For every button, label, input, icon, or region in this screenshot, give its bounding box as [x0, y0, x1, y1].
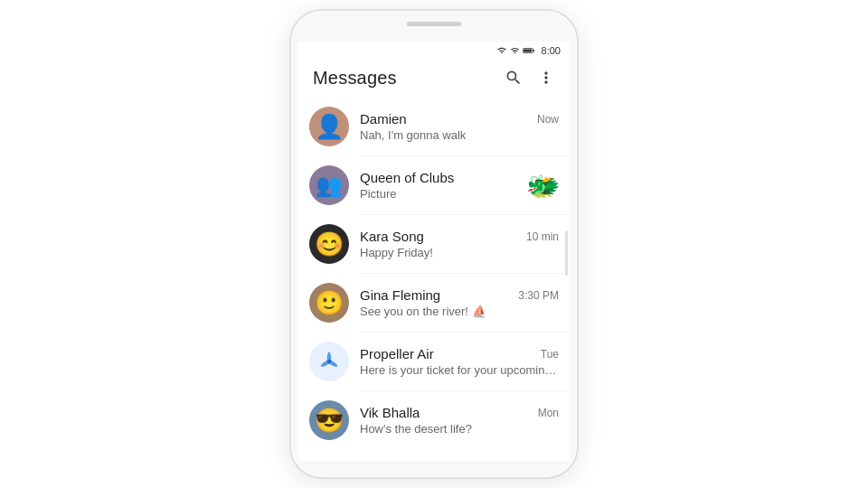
- message-top: Damien Now: [360, 111, 559, 127]
- contact-name: Queen of Clubs: [360, 170, 454, 185]
- list-item[interactable]: Propeller Air Tue Here is your ticket fo…: [298, 333, 570, 390]
- avatar: [309, 342, 349, 381]
- app-bar: Messages: [298, 58, 570, 98]
- sticker-preview: 🐲: [526, 169, 559, 202]
- message-content: Gina Fleming 3:30 PM See you on the rive…: [360, 287, 559, 318]
- message-time: Tue: [541, 348, 559, 361]
- contact-name: Vik Bhalla: [360, 405, 420, 420]
- avatar: 👤: [309, 107, 349, 146]
- wifi-icon: [496, 46, 507, 55]
- contact-name: Damien: [360, 111, 407, 127]
- phone-wrapper: 8:00 Messages: [289, 9, 579, 479]
- contact-name: Kara Song: [360, 229, 424, 244]
- avatar: 👥: [309, 165, 349, 205]
- contact-name: Propeller Air: [360, 346, 434, 361]
- status-bar: 8:00: [298, 42, 570, 58]
- avatar: 😎: [309, 400, 349, 440]
- message-top: Propeller Air Tue: [360, 346, 559, 361]
- message-list: 👤 Damien Now Nah, I'm gonna walk 👥: [298, 98, 570, 461]
- list-item[interactable]: 🙂 Gina Fleming 3:30 PM See you on the ri…: [298, 274, 570, 332]
- list-item[interactable]: 😎 Vik Bhalla Mon How's the desert life?: [298, 391, 570, 449]
- message-preview: Nah, I'm gonna walk: [360, 128, 559, 142]
- message-content: Propeller Air Tue Here is your ticket fo…: [360, 346, 559, 377]
- message-top: Queen of Clubs: [360, 170, 519, 185]
- message-preview: See you on the river! ⛵: [360, 305, 559, 318]
- message-content: Vik Bhalla Mon How's the desert life?: [360, 405, 559, 436]
- message-preview: Picture: [360, 187, 519, 201]
- message-preview: Happy Friday!: [360, 246, 559, 259]
- svg-point-7: [327, 360, 332, 364]
- message-content: Kara Song 10 min Happy Friday!: [360, 229, 559, 259]
- message-preview: How's the desert life?: [360, 422, 559, 436]
- message-preview: Here is your ticket for your upcoming...: [360, 363, 559, 377]
- svg-rect-2: [523, 50, 531, 52]
- message-content: Damien Now Nah, I'm gonna walk: [360, 111, 559, 142]
- phone-notch: [407, 22, 461, 26]
- message-right: 🐲: [526, 169, 559, 202]
- status-time: 8:00: [542, 45, 561, 56]
- message-top: Kara Song 10 min: [360, 229, 559, 244]
- more-vert-icon: [537, 69, 555, 87]
- message-time: 10 min: [526, 230, 559, 243]
- status-icons: 8:00: [496, 45, 561, 56]
- battery-icon: [523, 46, 535, 55]
- message-time: Now: [537, 113, 559, 126]
- message-time: 3:30 PM: [518, 289, 559, 302]
- scroll-indicator: [565, 230, 568, 276]
- more-menu-button[interactable]: [533, 65, 559, 90]
- list-item[interactable]: 👤 Damien Now Nah, I'm gonna walk: [298, 98, 570, 155]
- list-item[interactable]: 👥 Queen of Clubs Picture 🐲: [298, 156, 570, 214]
- contact-name: Gina Fleming: [360, 287, 440, 303]
- message-content: Queen of Clubs Picture: [360, 170, 519, 201]
- message-top: Vik Bhalla Mon: [360, 405, 559, 420]
- search-button[interactable]: [501, 65, 526, 90]
- signal-icon: [510, 46, 520, 55]
- message-top: Gina Fleming 3:30 PM: [360, 287, 559, 303]
- message-time: Mon: [538, 407, 559, 419]
- search-icon: [505, 69, 523, 87]
- app-title: Messages: [313, 68, 397, 89]
- avatar: 🙂: [309, 283, 349, 323]
- avatar: 😊: [309, 224, 349, 264]
- svg-rect-1: [533, 50, 533, 52]
- list-item[interactable]: 😊 Kara Song 10 min Happy Friday!: [298, 215, 570, 273]
- app-bar-actions: [501, 65, 559, 90]
- phone-screen: 8:00 Messages: [298, 42, 570, 461]
